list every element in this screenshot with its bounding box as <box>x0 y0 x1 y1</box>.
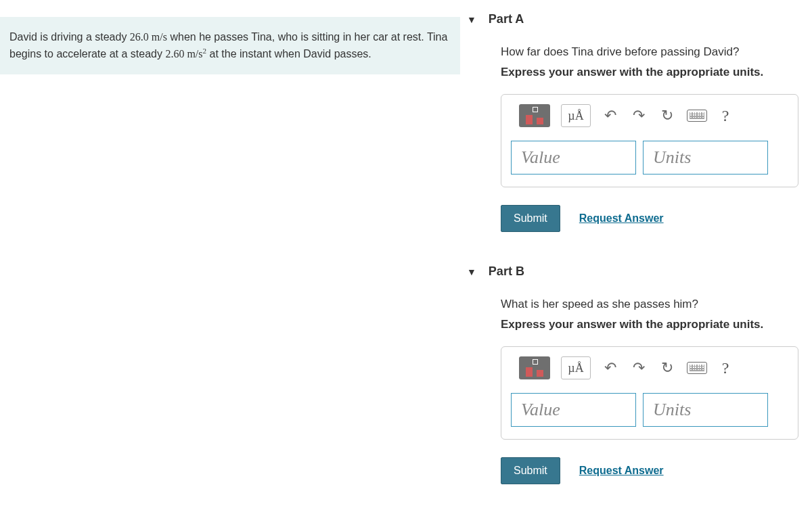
part-b-submit-button[interactable]: Submit <box>501 457 560 484</box>
part-b-units-input[interactable] <box>643 393 768 427</box>
part-b-header[interactable]: ▼ Part B <box>460 252 798 294</box>
part-a-instruction: Express your answer with the appropriate… <box>501 66 798 79</box>
problem-statement: David is driving a steady 26.0 m/s when … <box>0 17 460 74</box>
templates-button[interactable] <box>519 104 550 127</box>
problem-text-1: David is driving a steady <box>9 31 130 43</box>
collapse-icon: ▼ <box>467 266 476 277</box>
part-a-request-answer-link[interactable]: Request Answer <box>579 212 664 225</box>
undo-button[interactable]: ↶ <box>602 104 619 127</box>
templates-button[interactable] <box>519 356 550 379</box>
redo-button[interactable]: ↷ <box>630 104 648 127</box>
help-button[interactable]: ? <box>718 104 733 127</box>
undo-button[interactable]: ↶ <box>602 356 619 379</box>
part-a-answer-box: µÅ ↶ ↷ ↻ ? <box>501 94 798 187</box>
part-b-toolbar: µÅ ↶ ↷ ↻ ? <box>511 356 788 379</box>
problem-text-3: at the instant when David passes. <box>206 48 371 60</box>
special-chars-button[interactable]: µÅ <box>561 356 591 379</box>
part-b-question: What is her speed as she passes him? <box>501 298 798 311</box>
reset-button[interactable]: ↻ <box>658 356 676 379</box>
part-a-toolbar: µÅ ↶ ↷ ↻ ? <box>511 104 788 127</box>
redo-button[interactable]: ↷ <box>630 356 648 379</box>
collapse-icon: ▼ <box>467 14 476 25</box>
help-button[interactable]: ? <box>718 356 733 379</box>
keyboard-button[interactable] <box>687 104 707 127</box>
part-b-value-input[interactable] <box>511 393 636 427</box>
part-b-title: Part B <box>489 264 524 279</box>
problem-accel: 2.60 m/s2 <box>165 48 206 60</box>
part-b-instruction: Express your answer with the appropriate… <box>501 318 798 331</box>
problem-speed: 26.0 m/s <box>130 31 167 43</box>
part-a-header[interactable]: ▼ Part A <box>460 0 798 41</box>
part-b-answer-box: µÅ ↶ ↷ ↻ ? <box>501 346 798 440</box>
part-a-question: How far does Tina drive before passing D… <box>501 45 798 59</box>
part-b-request-answer-link[interactable]: Request Answer <box>579 465 664 477</box>
part-a-value-input[interactable] <box>511 141 636 174</box>
keyboard-button[interactable] <box>687 356 707 379</box>
special-chars-button[interactable]: µÅ <box>561 104 591 127</box>
reset-button[interactable]: ↻ <box>658 104 676 127</box>
part-a-units-input[interactable] <box>643 141 768 174</box>
part-a-submit-button[interactable]: Submit <box>501 205 560 232</box>
part-a-title: Part A <box>489 12 524 26</box>
